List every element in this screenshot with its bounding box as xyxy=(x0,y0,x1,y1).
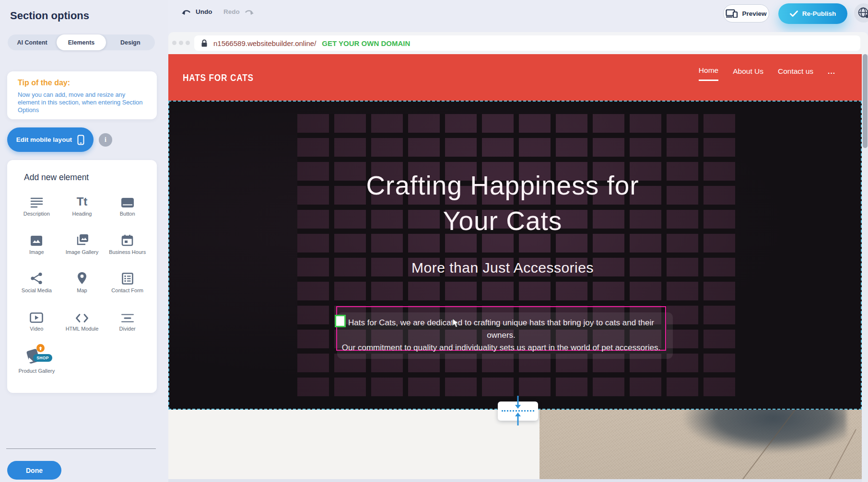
nav-item-contact-us[interactable]: Contact us xyxy=(778,67,813,80)
divider-icon xyxy=(121,308,134,323)
tip-title: Tip of the day: xyxy=(18,79,146,87)
shop-badge: SHOP xyxy=(33,354,52,362)
hero-subheading[interactable]: More than Just Accessories xyxy=(169,260,836,276)
element-image[interactable]: Image xyxy=(14,229,59,267)
add-new-element-title: Add new element xyxy=(24,172,89,183)
address-bar[interactable]: n1566589.websitebuilder.online/ GET YOUR… xyxy=(194,35,860,51)
element-business-hours[interactable]: Business Hours xyxy=(105,229,150,267)
url-text[interactable]: n1566589.websitebuilder.online/ xyxy=(213,39,316,47)
hero-body-text: Hats for Cats, we are dedicated to craft… xyxy=(337,317,665,354)
element-description[interactable]: Description xyxy=(14,191,59,229)
tab-ai-content[interactable]: AI Content xyxy=(8,34,57,50)
check-icon xyxy=(790,11,798,17)
video-icon xyxy=(30,308,43,323)
redo-icon xyxy=(244,9,254,15)
element-grid: Description Tt Heading Button Ima xyxy=(14,191,150,382)
button-icon xyxy=(121,193,134,208)
arrow-down-icon xyxy=(515,396,521,410)
panel-tabs: AI Content Elements Design xyxy=(8,34,155,50)
site-preview: n1566589.websitebuilder.online/ GET YOUR… xyxy=(168,32,868,482)
globe-button[interactable] xyxy=(854,3,868,23)
image-gallery-icon xyxy=(75,231,89,246)
undo-icon xyxy=(181,9,192,15)
tab-elements[interactable]: Elements xyxy=(57,34,106,50)
edit-mobile-layout-label: Edit mobile layout xyxy=(16,136,72,143)
redo-button[interactable]: Redo xyxy=(223,8,254,15)
devices-icon xyxy=(726,9,738,18)
map-icon xyxy=(77,269,87,285)
add-new-element-card: Add new element Description Tt Heading xyxy=(7,160,157,393)
html-module-icon xyxy=(75,308,89,323)
element-html-module[interactable]: HTML Module xyxy=(59,306,105,344)
mouse-cursor xyxy=(452,318,459,328)
app-window: Section options AI Content Elements Desi… xyxy=(0,0,868,482)
tip-body: Now you can add, move and resize any ele… xyxy=(18,91,145,114)
nav-item-home[interactable]: Home xyxy=(699,66,718,81)
image-icon xyxy=(30,231,43,246)
scrollbar-thumb[interactable] xyxy=(863,54,868,148)
lock-icon xyxy=(201,39,208,47)
done-button[interactable]: Done xyxy=(7,461,61,480)
section-resize-handle[interactable] xyxy=(498,402,538,421)
hero-heading[interactable]: Crafting Happiness for Your Cats xyxy=(169,168,836,239)
browser-bar: n1566589.websitebuilder.online/ GET YOUR… xyxy=(168,32,868,54)
heading-icon: Tt xyxy=(77,193,88,208)
republish-button[interactable]: Re-Publish xyxy=(778,3,847,24)
window-control-dots xyxy=(172,41,190,45)
product-gallery-icon: SHOP xyxy=(26,346,47,365)
element-social-media[interactable]: Social Media xyxy=(14,267,59,306)
upgrade-arrow-badge xyxy=(36,344,45,352)
element-button[interactable]: Button xyxy=(105,191,150,229)
business-hours-icon xyxy=(121,231,133,246)
social-media-icon xyxy=(30,269,43,285)
element-video[interactable]: Video xyxy=(14,306,59,344)
element-heading[interactable]: Tt Heading xyxy=(59,191,105,229)
info-icon[interactable]: i xyxy=(99,133,112,147)
site-nav: Home About Us Contact us ... xyxy=(699,66,835,81)
element-image-gallery[interactable]: Image Gallery xyxy=(59,229,105,267)
element-divider[interactable]: Divider xyxy=(105,306,150,344)
arrow-up-icon xyxy=(515,411,521,425)
top-toolbar: Undo Redo Preview Re-Publish xyxy=(168,0,868,32)
selected-text-element[interactable]: Hats for Cats, we are dedicated to craft… xyxy=(336,306,666,351)
preview-button[interactable]: Preview xyxy=(723,4,769,23)
section-options-panel: Section options AI Content Elements Desi… xyxy=(0,0,168,482)
description-icon xyxy=(30,193,43,208)
undo-button[interactable]: Undo xyxy=(181,8,212,15)
site-header: HATS FOR CATS Home About Us Contact us .… xyxy=(168,54,862,101)
nav-item-about-us[interactable]: About Us xyxy=(733,67,763,80)
bottom-edge-strip xyxy=(168,479,862,482)
site-logo[interactable]: HATS FOR CATS xyxy=(183,72,254,83)
preview-scrollbar[interactable] xyxy=(862,54,868,482)
mobile-phone-icon xyxy=(77,135,84,145)
contact-form-icon xyxy=(122,269,133,285)
sidebar-divider xyxy=(6,448,156,449)
element-drag-handle[interactable] xyxy=(335,315,346,327)
element-map[interactable]: Map xyxy=(59,267,105,306)
tab-design[interactable]: Design xyxy=(106,34,155,50)
edit-mobile-layout-button[interactable]: Edit mobile layout xyxy=(7,127,94,152)
page-title: Section options xyxy=(10,10,89,22)
element-contact-form[interactable]: Contact Form xyxy=(105,267,150,306)
globe-icon xyxy=(857,7,868,19)
nav-more-menu[interactable]: ... xyxy=(828,67,835,80)
cat-tree-shadow xyxy=(683,410,846,453)
hero-section-selected[interactable]: Crafting Happiness for Your Cats More th… xyxy=(168,101,862,410)
floor-image xyxy=(540,410,862,482)
tip-of-the-day-card: Tip of the day: Now you can add, move an… xyxy=(7,71,157,119)
get-your-own-domain-link[interactable]: GET YOUR OWN DOMAIN xyxy=(322,39,410,47)
element-product-gallery[interactable]: SHOP Product Gallery xyxy=(14,344,59,382)
